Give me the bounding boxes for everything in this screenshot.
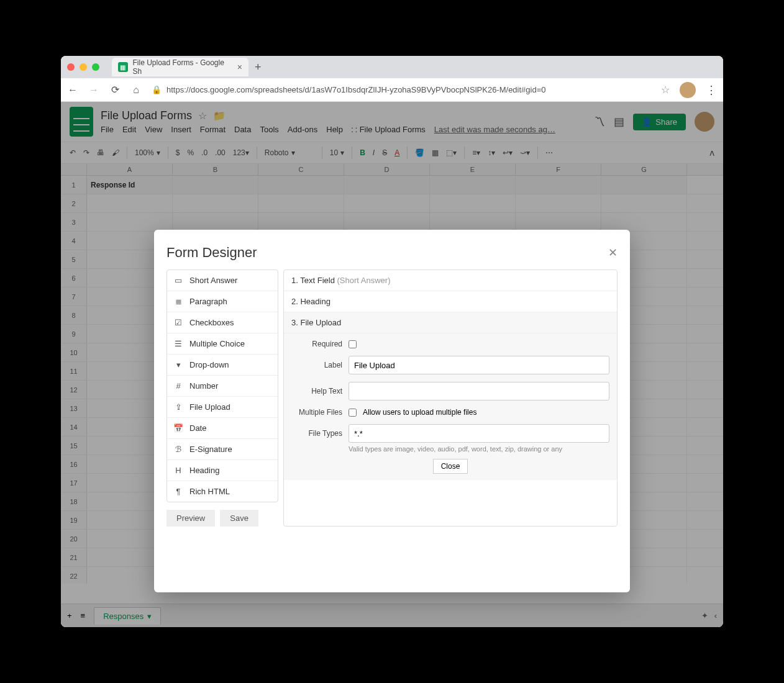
type-icon: ▾: [173, 360, 183, 369]
type-label: Multiple Choice: [189, 339, 245, 348]
multi-text: Allow users to upload multiple files: [363, 408, 476, 417]
item-text-field[interactable]: 1. Text Field (Short Answer): [284, 270, 617, 291]
field-type-paragraph[interactable]: ≣Paragraph: [167, 291, 278, 312]
browser-menu-icon[interactable]: ⋮: [706, 83, 717, 97]
field-type-rich-html[interactable]: ¶Rich HTML: [167, 481, 278, 502]
type-icon: H: [173, 466, 183, 475]
home-button[interactable]: ⌂: [130, 84, 142, 96]
help-text-input[interactable]: [349, 382, 609, 400]
browser-tab[interactable]: ▦ File Upload Forms - Google Sh ×: [112, 58, 248, 76]
item-heading[interactable]: 2. Heading: [284, 291, 617, 312]
traffic-lights: [67, 63, 99, 71]
filetypes-hint: Valid types are image, video, audio, pdf…: [349, 445, 609, 453]
required-checkbox[interactable]: [349, 340, 357, 348]
sheets-app: File Upload Forms ☆ 📁 File Edit View Ins…: [61, 102, 723, 627]
file-upload-settings: Required Label Help Text Multiple F: [284, 333, 617, 480]
maximize-window-icon[interactable]: [92, 63, 99, 71]
field-types-list: ▭Short Answer≣Paragraph☑Checkboxes☰Multi…: [166, 269, 278, 502]
field-type-drop-down[interactable]: ▾Drop-down: [167, 355, 278, 376]
bookmark-icon[interactable]: ☆: [661, 84, 670, 96]
type-icon: #: [173, 381, 183, 391]
multi-checkbox[interactable]: [349, 409, 357, 417]
type-icon: ▭: [173, 276, 183, 285]
item-close-button[interactable]: Close: [433, 459, 468, 474]
type-label: E-Signature: [189, 445, 232, 454]
type-icon: ℬ: [173, 445, 183, 454]
url-text: https://docs.google.com/spreadsheets/d/1…: [166, 85, 546, 94]
form-designer-dialog: Form Designer ✕ ▭Short Answer≣Paragraph☑…: [154, 230, 630, 592]
type-label: Checkboxes: [189, 318, 234, 327]
sheets-favicon-icon: ▦: [118, 62, 128, 72]
type-label: Paragraph: [189, 297, 227, 306]
field-type-short-answer[interactable]: ▭Short Answer: [167, 270, 278, 291]
profile-avatar[interactable]: [680, 82, 696, 98]
help-text-label: Help Text: [291, 387, 342, 396]
label-input[interactable]: [349, 356, 609, 374]
field-type-file-upload[interactable]: ⇪File Upload: [167, 397, 278, 418]
item-file-upload[interactable]: 3. File Upload: [284, 312, 617, 333]
field-type-e-signature[interactable]: ℬE-Signature: [167, 439, 278, 460]
type-label: Date: [189, 423, 206, 433]
filetypes-label: File Types: [291, 429, 342, 438]
field-type-heading[interactable]: HHeading: [167, 460, 278, 481]
type-label: Rich HTML: [189, 487, 230, 496]
save-button[interactable]: Save: [220, 510, 258, 527]
type-icon: ¶: [173, 487, 183, 496]
back-button[interactable]: ←: [67, 84, 78, 96]
reload-button[interactable]: ⟳: [109, 84, 121, 96]
required-label: Required: [291, 340, 342, 348]
label-label: Label: [291, 361, 342, 369]
minimize-window-icon[interactable]: [80, 63, 87, 71]
field-type-number[interactable]: #Number: [167, 376, 278, 397]
titlebar: ▦ File Upload Forms - Google Sh × +: [61, 56, 723, 78]
url-field[interactable]: 🔒 https://docs.google.com/spreadsheets/d…: [152, 85, 651, 94]
dialog-title: Form Designer: [166, 245, 257, 261]
type-icon: ☑: [173, 318, 183, 327]
type-icon: ☰: [173, 339, 183, 348]
form-items-panel: 1. Text Field (Short Answer) 2. Heading …: [283, 269, 618, 527]
forward-button[interactable]: →: [88, 84, 99, 96]
browser-window: ▦ File Upload Forms - Google Sh × + ← → …: [61, 56, 723, 627]
multi-label: Multiple Files: [291, 408, 342, 417]
field-type-checkboxes[interactable]: ☑Checkboxes: [167, 312, 278, 333]
type-label: File Upload: [189, 402, 230, 412]
type-label: Heading: [189, 466, 219, 475]
type-icon: ≣: [173, 297, 183, 306]
tab-title: File Upload Forms - Google Sh: [133, 58, 232, 76]
preview-button[interactable]: Preview: [166, 510, 215, 527]
dialog-close-icon[interactable]: ✕: [608, 246, 618, 260]
field-type-multiple-choice[interactable]: ☰Multiple Choice: [167, 333, 278, 355]
close-window-icon[interactable]: [67, 63, 75, 71]
field-type-date[interactable]: 📅Date: [167, 418, 278, 439]
type-label: Drop-down: [189, 360, 229, 369]
type-label: Number: [189, 381, 218, 391]
lock-icon: 🔒: [152, 85, 162, 94]
type-icon: ⇪: [173, 402, 183, 412]
tab-close-icon[interactable]: ×: [237, 62, 242, 72]
address-bar: ← → ⟳ ⌂ 🔒 https://docs.google.com/spread…: [61, 78, 723, 102]
type-label: Short Answer: [189, 276, 237, 285]
type-icon: 📅: [173, 423, 183, 433]
filetypes-input[interactable]: [349, 424, 609, 443]
new-tab-button[interactable]: +: [255, 61, 262, 74]
